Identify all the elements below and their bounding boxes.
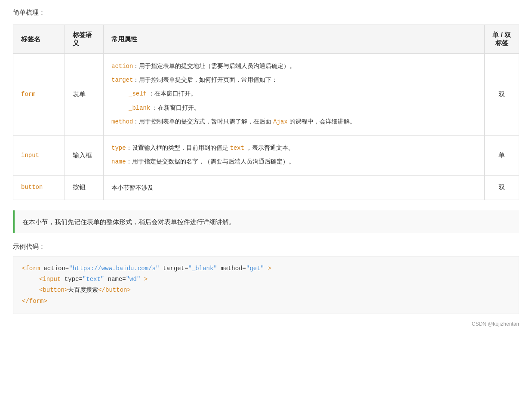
input-tag-attrs: type：设置输入框的类型，目前用到的值是 text ，表示普通文本。 name…	[104, 135, 485, 175]
input-tag-name: input	[13, 135, 65, 175]
form-single-double: 双	[485, 54, 519, 136]
form-tag-meaning: 表单	[65, 54, 104, 136]
table-row-input: input 输入框 type：设置输入框的类型，目前用到的值是 text ，表示…	[13, 135, 519, 175]
form-tag-name: form	[13, 54, 65, 136]
button-tag-meaning: 按钮	[65, 176, 104, 200]
input-tag-meaning: 输入框	[65, 135, 104, 175]
header-tag-name: 标签名	[13, 25, 65, 54]
tag-table: 标签名 标签语义 常用属性 单 / 双标签 form 表单 action：用于指…	[13, 25, 519, 200]
header-single-double: 单 / 双标签	[485, 25, 519, 54]
intro-text: 简单梳理：	[13, 9, 519, 17]
code-line-4: </form>	[22, 296, 510, 307]
example-title: 示例代码：	[13, 243, 519, 251]
table-row-button: button 按钮 本小节暂不涉及 双	[13, 176, 519, 200]
blockquote: 在本小节，我们先记住表单的整体形式，稍后会对表单控件进行详细讲解。	[13, 210, 519, 234]
input-single-double: 单	[485, 135, 519, 175]
form-tag-attrs: action：用于指定表单的提交地址（需要与后端人员沟通后确定）。 target…	[104, 54, 485, 136]
table-row-form: form 表单 action：用于指定表单的提交地址（需要与后端人员沟通后确定）…	[13, 54, 519, 136]
blockquote-text: 在本小节，我们先记住表单的整体形式，稍后会对表单控件进行详细讲解。	[22, 218, 235, 225]
header-common-attrs: 常用属性	[104, 25, 485, 54]
header-tag-meaning: 标签语义	[65, 25, 104, 54]
button-tag-attrs: 本小节暂不涉及	[104, 176, 485, 200]
code-line-1: <form action="https://www.baidu.com/s" t…	[22, 263, 510, 274]
code-block: <form action="https://www.baidu.com/s" t…	[13, 256, 519, 314]
code-line-2: <input type="text" name="wd" >	[22, 274, 510, 285]
code-line-3: <button>去百度搜索</button>	[22, 285, 510, 296]
watermark: CSDN @kejizhentan	[13, 321, 519, 327]
button-tag-name: button	[13, 176, 65, 200]
button-single-double: 双	[485, 176, 519, 200]
